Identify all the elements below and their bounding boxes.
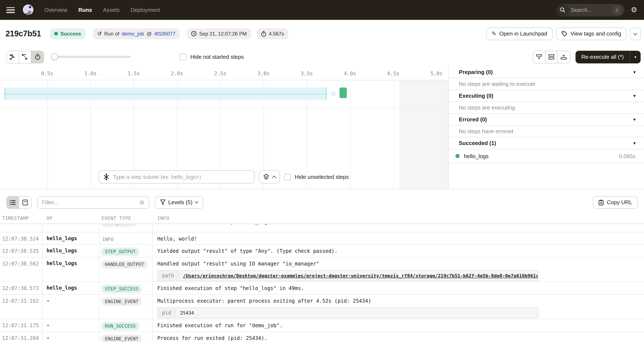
status-badge: Success: [50, 28, 85, 39]
step-subset-box[interactable]: [98, 170, 254, 184]
reexecute-dropdown-button[interactable]: ▾: [630, 50, 640, 63]
search-box[interactable]: /: [556, 4, 624, 16]
tab-overview[interactable]: Overview: [44, 7, 67, 13]
snapshot-link[interactable]: 4f105077: [154, 31, 176, 36]
log-filter-input[interactable]: [42, 199, 139, 206]
zoom-slider-handle[interactable]: [51, 53, 58, 60]
log-row[interactable]: 12:07:31.175-RUN_SUCCESSFinished executi…: [0, 319, 644, 332]
hide-not-started-checkbox[interactable]: [180, 54, 186, 60]
start-time-tag: Sep 21, 12:07:26 PM: [187, 28, 251, 39]
search-icon: [556, 4, 569, 16]
zoom-slider[interactable]: [51, 56, 131, 58]
log-timestamp: 12:07:30.573: [0, 282, 42, 294]
clipboard-icon: [598, 199, 604, 205]
log-info: Multiprocess executor: parent process ex…: [152, 295, 644, 321]
tab-assets[interactable]: Assets: [103, 7, 120, 13]
tag-icon: [562, 31, 568, 36]
section-title: Preparing (0): [459, 69, 492, 75]
event-type-badge: ENGINE_EVENT: [102, 298, 142, 306]
axis-tick-label: 3.0s: [257, 70, 270, 76]
log-timestamp: 12:07:31.175: [0, 319, 42, 332]
log-row[interactable]: 12:07:31.204-ENGINE_EVENTProcess for run…: [0, 332, 644, 342]
hide-unselected-checkbox[interactable]: [284, 174, 291, 180]
funnel-icon: [160, 200, 165, 205]
run-id-title: 219c7b51: [6, 29, 41, 38]
time-axis: 0.5s1.0s1.5s2.0s2.5s3.0s3.5s4.0s4.5s5.0s: [0, 66, 448, 80]
panel-section-header-succeeded[interactable]: Succeeded (1)▾: [449, 138, 644, 149]
panel-empty-state: No steps are waiting to execute: [449, 78, 644, 90]
panel-section-header-executing[interactable]: Executing (0)▾: [449, 90, 644, 102]
col-event-type: EVENT TYPE: [99, 216, 152, 221]
graph-query-toggle-button[interactable]: [259, 170, 280, 184]
tab-deployment[interactable]: Deployment: [130, 7, 160, 13]
collapse-down-button[interactable]: [533, 51, 545, 63]
log-row[interactable]: 12:07:31.162-ENGINE_EVENTMultiprocess ex…: [0, 295, 644, 319]
log-row[interactable]: STEP_STARTStarted execution of step "hel…: [0, 224, 644, 232]
view-tags-config-button[interactable]: View tags and config: [556, 27, 627, 40]
timed-view-button[interactable]: [31, 51, 44, 63]
list-view-button[interactable]: [7, 196, 19, 208]
flat-view-button[interactable]: [7, 51, 19, 63]
levels-dropdown-button[interactable]: Levels (5): [155, 196, 204, 208]
log-timestamp: 12:07:30.524: [0, 232, 42, 244]
log-row[interactable]: 12:07:30.524hello_logsINFOHello, world!: [0, 232, 644, 245]
copy-url-button[interactable]: Copy URL: [593, 196, 638, 208]
succeeded-step-row[interactable]: hello_logs0.065s: [449, 149, 644, 163]
gear-icon[interactable]: ⚙: [631, 6, 638, 14]
section-title: Errored (0): [459, 116, 487, 122]
hide-not-started-control: Hide not started steps: [180, 54, 244, 60]
status-dot-icon: [54, 32, 58, 36]
tab-runs[interactable]: Runs: [78, 7, 92, 13]
log-row[interactable]: 12:07:30.535hello_logsSTEP_OUTPUTYielded…: [0, 245, 644, 258]
metadata-box: pid25434: [157, 307, 538, 318]
panel-empty-state: No steps have errored: [449, 126, 644, 138]
step-duration: 0.065s: [619, 153, 636, 159]
metadata-key: path: [158, 270, 179, 281]
log-row[interactable]: 12:07:30.573hello_logsSTEP_SUCCESSFinish…: [0, 282, 644, 295]
reexecute-all-button[interactable]: Re-execute all (*): [575, 50, 630, 63]
job-link[interactable]: demo_job: [122, 31, 144, 36]
history-icon: ↺: [97, 30, 102, 37]
path-link[interactable]: /Users/erincochran/Desktop/dagster-examp…: [183, 273, 538, 278]
axis-tick-label: 1.0s: [84, 70, 96, 76]
log-info: Finished execution of run for "demo_job"…: [152, 319, 644, 332]
step-subset-input[interactable]: [113, 174, 250, 180]
run-header-more-button[interactable]: [630, 27, 640, 40]
log-rows: STEP_STARTStarted execution of step "hel…: [0, 224, 644, 342]
dagster-logo-icon[interactable]: [22, 4, 34, 16]
gantt-step-bar[interactable]: [340, 88, 346, 98]
expand-up-button[interactable]: [558, 51, 570, 63]
log-row[interactable]: 12:07:30.562hello_logsHANDLED_OUTPUTHand…: [0, 258, 644, 282]
log-op: -: [42, 295, 99, 321]
log-info: Finished execution of step "hello_logs" …: [152, 282, 644, 294]
split-view-button[interactable]: [545, 51, 558, 63]
waterfall-view-button[interactable]: [19, 51, 31, 63]
chevron-down-icon: ▾: [634, 117, 636, 122]
log-timestamp: 12:07:31.204: [0, 332, 42, 342]
log-info: Yielded output "result" of type "Any". (…: [152, 245, 644, 257]
hide-unselected-control: Hide unselected steps: [284, 174, 349, 180]
structured-view-button[interactable]: [19, 196, 31, 208]
log-info: Started execution of step "hello_logs".: [152, 224, 644, 232]
clear-filter-icon[interactable]: ⊗: [139, 198, 144, 206]
chevron-down-icon: ▾: [634, 94, 636, 98]
panel-layout-group: [532, 50, 570, 63]
panel-empty-state: No steps are executing: [449, 102, 644, 114]
metadata-value: 25434: [176, 308, 198, 318]
app-root: OverviewRunsAssetsDeployment / ⚙ 219c7b5…: [0, 0, 644, 342]
layers-icon: [263, 174, 269, 180]
event-type-badge: ENGINE_EVENT: [102, 335, 142, 342]
log-info: Handled output "result" using IO manager…: [152, 258, 644, 284]
event-type-badge: STEP_START: [102, 224, 136, 226]
search-input[interactable]: [571, 7, 607, 13]
hamburger-menu-icon[interactable]: [6, 7, 15, 13]
panel-section-header-preparing[interactable]: Preparing (0)▾: [449, 66, 644, 78]
log-toolbar: ⊗ Levels (5) Copy URL: [0, 196, 644, 209]
open-in-launchpad-button[interactable]: ✎ Open in Launchpad: [486, 27, 553, 40]
section-title: Succeeded (1): [459, 140, 496, 146]
log-op: hello_logs: [42, 258, 99, 284]
panel-section-header-errored[interactable]: Errored (0)▾: [449, 114, 644, 126]
log-view-toggle-group: [6, 196, 32, 208]
log-filter-box[interactable]: ⊗: [37, 196, 149, 208]
log-table-header: TIMESTAMP OP EVENT TYPE INFO: [0, 213, 644, 224]
